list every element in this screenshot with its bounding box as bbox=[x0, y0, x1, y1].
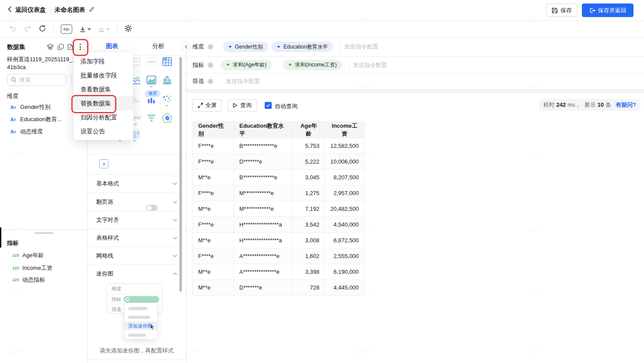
chart-type-funnel-icon[interactable] bbox=[146, 112, 157, 123]
settings-gear-icon[interactable] bbox=[124, 24, 132, 34]
chart-type-okr-icon[interactable]: OKR bbox=[146, 56, 157, 67]
pill-caret-icon bbox=[288, 64, 292, 66]
section-mini-chart[interactable]: 迷你图 bbox=[88, 264, 186, 283]
refresh-icon[interactable] bbox=[38, 24, 46, 34]
cursor-icon bbox=[150, 324, 155, 332]
filter-row-label: 筛选 bbox=[192, 77, 204, 85]
more-options-button[interactable] bbox=[77, 42, 83, 51]
metric-field-item[interactable]: 123 Income工资 bbox=[12, 264, 52, 272]
skeleton-bar bbox=[128, 316, 150, 319]
section-gridline[interactable]: 网格线 bbox=[88, 247, 186, 264]
cell: 1,602 bbox=[293, 248, 325, 264]
menu-item-replace-dataset[interactable]: 替换数据集 bbox=[74, 96, 133, 110]
rename-pencil-icon[interactable] bbox=[89, 6, 94, 14]
metric-gear-icon[interactable] bbox=[207, 62, 214, 68]
menu-item-add-field[interactable]: 添加字段 bbox=[74, 54, 133, 68]
question-link[interactable]: 有疑问? bbox=[616, 101, 636, 109]
add-chart-button[interactable]: + bbox=[99, 159, 108, 168]
dimension-gear-icon[interactable] bbox=[207, 44, 214, 50]
grid-divider bbox=[88, 154, 186, 154]
metric-pill[interactable]: 求和(Income工资) bbox=[283, 60, 342, 70]
menu-item-view-dataset[interactable]: 查看数据集 bbox=[74, 82, 133, 96]
cell: 728 bbox=[293, 280, 325, 296]
cell: F****e bbox=[193, 248, 234, 264]
cell: M**e bbox=[193, 264, 234, 280]
save-button[interactable]: 保存 bbox=[546, 3, 578, 17]
top-bar: 返回仪表盘 | 未命名图表 保存 保存并返回 bbox=[0, 0, 644, 21]
chart-type-area-icon[interactable] bbox=[146, 75, 157, 85]
dimension-pill[interactable]: Gender性别 bbox=[223, 42, 268, 52]
edit-toolbar: SQL bbox=[0, 21, 644, 38]
filter-gear-icon[interactable] bbox=[207, 78, 214, 84]
send-command-placeholder[interactable]: 发送指令配置 bbox=[344, 43, 378, 51]
column-header[interactable]: Age年龄 bbox=[293, 122, 325, 138]
metric-field-item[interactable]: 123 动态指标 bbox=[12, 276, 45, 284]
section-pager[interactable]: 翻页器 bbox=[88, 192, 186, 211]
tab-analysis[interactable]: 分析 bbox=[136, 37, 180, 55]
menu-item-set-announcement[interactable]: 设置公告 bbox=[74, 124, 133, 138]
section-basic-format[interactable]: 基本格式 bbox=[88, 174, 186, 192]
exit-icon bbox=[589, 7, 595, 14]
fullscreen-icon bbox=[198, 103, 203, 108]
send-command-placeholder[interactable]: 发送指令配置 bbox=[353, 61, 387, 69]
cell: 4,540,000 bbox=[325, 217, 364, 233]
cell: 6,190,000 bbox=[325, 264, 364, 280]
section-text-align[interactable]: 文字对齐 bbox=[88, 211, 186, 229]
column-header[interactable]: Education教育水平 bbox=[234, 122, 293, 138]
mini-metric-pill[interactable] bbox=[124, 296, 159, 303]
redo-icon[interactable] bbox=[24, 25, 32, 34]
column-header[interactable]: Income工资 bbox=[325, 122, 364, 138]
fullscreen-button[interactable]: 全屏 bbox=[192, 99, 222, 112]
chart-type-bar-icon[interactable] bbox=[162, 75, 172, 85]
left-edge-scrollbar[interactable] bbox=[0, 227, 1, 248]
alert-button[interactable] bbox=[98, 26, 110, 33]
show-unit: 条 bbox=[606, 101, 611, 109]
save-and-return-button[interactable]: 保存并返回 bbox=[582, 3, 634, 17]
cell: A***************e bbox=[234, 264, 293, 280]
edit-doc-icon[interactable] bbox=[67, 44, 74, 52]
section-table-style[interactable]: 表格样式 bbox=[88, 229, 186, 247]
cell: F****e bbox=[193, 185, 234, 201]
style-panel-scrollbar[interactable] bbox=[179, 57, 182, 292]
collapse-dataset-panel-button[interactable] bbox=[83, 42, 92, 52]
query-button[interactable]: 查询 bbox=[228, 99, 257, 112]
metric-field-item[interactable]: 123 Age年龄 bbox=[12, 251, 44, 259]
variant-caret-icon bbox=[150, 86, 153, 88]
collapse-style-panel-button[interactable] bbox=[181, 42, 191, 52]
send-command-placeholder[interactable]: 发送指令配置 bbox=[226, 77, 260, 85]
dimension-field-item[interactable]: A≡ 动态维度 bbox=[10, 128, 43, 136]
alert-caret-icon bbox=[106, 28, 110, 30]
field-search-input[interactable]: 搜索 bbox=[7, 74, 66, 86]
chart-type-radar-icon[interactable] bbox=[162, 112, 172, 123]
back-to-dashboard-link[interactable]: 返回仪表盘 bbox=[15, 6, 46, 14]
dimension-field-label: Education教育... bbox=[20, 115, 62, 123]
menu-item-attribution-config[interactable]: 归因分析配置 bbox=[74, 110, 133, 124]
dimension-field-item[interactable]: A≡ Gender性别 bbox=[10, 103, 50, 111]
undo-icon[interactable] bbox=[9, 25, 17, 34]
cell: D*******e bbox=[234, 280, 293, 296]
layers-icon[interactable] bbox=[47, 44, 54, 52]
chevron-up-icon bbox=[173, 272, 177, 275]
column-header[interactable]: Gender性别 bbox=[193, 122, 234, 138]
sql-icon[interactable]: SQL bbox=[61, 24, 72, 34]
cell: 3,542 bbox=[293, 217, 325, 233]
elapsed-unit: ms， bbox=[567, 101, 581, 109]
duplicate-icon[interactable] bbox=[57, 44, 64, 52]
download-button[interactable] bbox=[79, 26, 91, 33]
chart-type-table-selected-icon[interactable] bbox=[162, 56, 172, 67]
menu-item-batch-edit-fields[interactable]: 批量修改字段 bbox=[74, 68, 133, 82]
dimension-field-item[interactable]: A≡ Education教育... bbox=[10, 115, 62, 123]
section-label: 基本格式 bbox=[96, 180, 119, 188]
table-row: F****eD*******e5,22210,006,000 bbox=[193, 154, 364, 170]
metric-field-label: Age年龄 bbox=[22, 251, 44, 259]
auto-query-checkbox-checked[interactable] bbox=[265, 102, 272, 109]
back-chevron-icon[interactable] bbox=[8, 6, 12, 14]
chart-editor-screen: 返回仪表盘 | 未命名图表 保存 保存并返回 bbox=[0, 0, 644, 363]
pager-toggle-off[interactable] bbox=[146, 205, 158, 211]
metric-pill[interactable]: 求和(Age年龄) bbox=[221, 60, 272, 70]
variant-caret-icon bbox=[165, 105, 169, 107]
chart-type-scatter-icon[interactable] bbox=[162, 94, 172, 104]
panel-drag-handle[interactable] bbox=[34, 232, 53, 234]
cell: M************e bbox=[234, 201, 293, 217]
dimension-pill[interactable]: Education教育水平 bbox=[272, 42, 333, 52]
